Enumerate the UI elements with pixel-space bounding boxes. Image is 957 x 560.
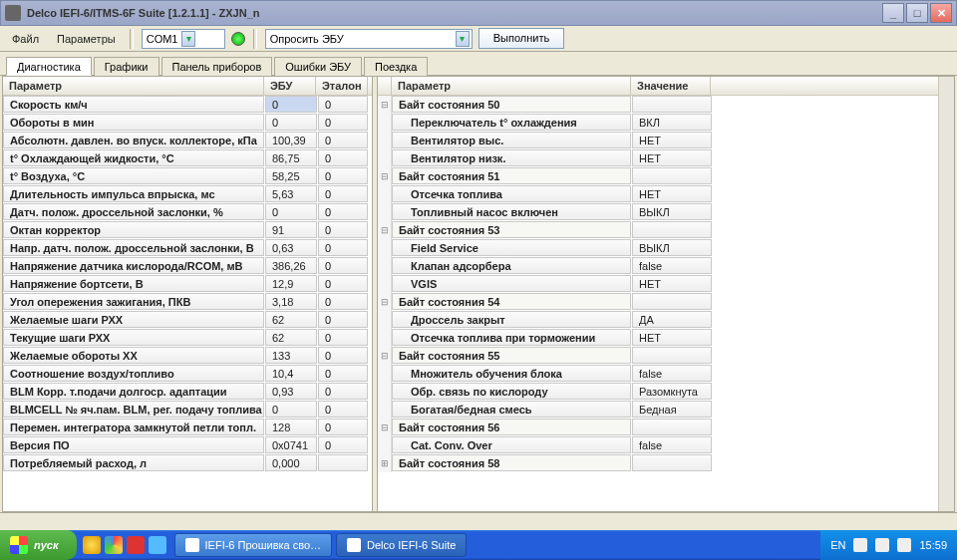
param-name: t° Охлаждающей жидкости, °C <box>3 149 264 166</box>
tree-leaf[interactable]: Вентилятор выс.НЕТ <box>378 132 938 149</box>
com-port-select[interactable]: COM1 <box>142 29 225 49</box>
tree-leaf[interactable]: Множитель обучения блокаfalse <box>378 365 938 383</box>
maximize-button[interactable]: □ <box>906 3 928 23</box>
tab-diagnostics[interactable]: Диагностика <box>6 57 92 76</box>
left-grid-body[interactable]: Скорость км/ч00Обороты в мин00Абсолютн. … <box>3 96 372 511</box>
status-bar <box>0 512 957 532</box>
ecu-value: 86,75 <box>265 149 317 166</box>
tree-leaf[interactable]: Отсечка топлива при торможенииНЕТ <box>378 329 938 347</box>
menu-params[interactable]: Параметры <box>51 31 122 47</box>
param-name: Текущие шаги РХХ <box>3 329 264 346</box>
yandex-icon[interactable] <box>127 536 145 554</box>
table-row[interactable]: t° Воздуха, °C58,250 <box>3 167 372 185</box>
ref-value: 0 <box>318 149 368 166</box>
col-ref[interactable]: Эталон <box>316 77 368 95</box>
param-name: Клапан адсорбера <box>392 257 631 274</box>
param-name: Обороты в мин <box>3 114 264 131</box>
col-param[interactable]: Параметр <box>3 77 264 95</box>
tree-leaf[interactable]: Cat. Conv. Overfalse <box>378 436 938 454</box>
collapse-icon[interactable]: ⊟ <box>378 293 392 311</box>
table-row[interactable]: Напряжение датчика кислорода/RCOM, мВ386… <box>3 257 372 275</box>
table-row[interactable]: Соотношение воздух/топливо10,40 <box>3 365 372 383</box>
language-indicator[interactable]: EN <box>830 539 845 551</box>
tab-trip[interactable]: Поездка <box>364 57 428 76</box>
tree-branch[interactable]: ⊟Байт состояния 54 <box>378 293 938 311</box>
table-row[interactable]: Обороты в мин00 <box>3 114 372 132</box>
right-grid-body[interactable]: ⊟Байт состояния 50Переключатель t° охлаж… <box>378 96 938 511</box>
collapse-icon[interactable]: ⊟ <box>378 419 392 436</box>
tray-icon[interactable] <box>897 538 911 552</box>
tree-leaf[interactable]: Клапан адсорбераfalse <box>378 257 938 275</box>
table-row[interactable]: Перемен. интегратора замкнутой петли топ… <box>3 419 372 436</box>
tree-branch[interactable]: ⊟Байт состояния 56 <box>378 419 938 436</box>
tree-branch[interactable]: ⊞Байт состояния 58 <box>378 454 938 472</box>
menu-file[interactable]: Файл <box>6 31 45 47</box>
table-row[interactable]: Версия ПО0x07410 <box>3 436 372 454</box>
collapse-icon[interactable]: ⊟ <box>378 96 392 114</box>
tree-branch[interactable]: ⊟Байт состояния 51 <box>378 167 938 185</box>
ql-icon[interactable] <box>83 536 101 554</box>
table-row[interactable]: t° Охлаждающей жидкости, °C86,750 <box>3 149 372 167</box>
minimize-button[interactable]: _ <box>882 3 904 23</box>
table-row[interactable]: Напр. датч. полож. дроссельной заслонки,… <box>3 239 372 257</box>
table-row[interactable]: Октан корректор910 <box>3 221 372 239</box>
tree-leaf[interactable]: Богатая/бедная смесьБедная <box>378 401 938 419</box>
param-value: ВЫКЛ <box>632 239 712 256</box>
table-row[interactable]: Длительность импульса впрыска, мс5,630 <box>3 185 372 203</box>
param-name: Соотношение воздух/топливо <box>3 365 264 382</box>
tray-icon[interactable] <box>853 538 867 552</box>
tree-leaf[interactable]: Вентилятор низк.НЕТ <box>378 149 938 167</box>
tab-dashboard[interactable]: Панель приборов <box>161 57 273 76</box>
workspace: Параметр ЭБУ Эталон Скорость км/ч00Оборо… <box>2 76 955 512</box>
table-row[interactable]: Потребляемый расход, л0,000 <box>3 454 372 472</box>
table-row[interactable]: Текущие шаги РХХ620 <box>3 329 372 347</box>
collapse-icon[interactable]: ⊟ <box>378 347 392 365</box>
tray-icon[interactable] <box>875 538 889 552</box>
task-label: IEFI-6 Прошивка сво… <box>205 539 322 551</box>
tree-leaf[interactable]: VGISНЕТ <box>378 275 938 293</box>
command-select[interactable]: Опросить ЭБУ <box>265 29 473 49</box>
tab-graphs[interactable]: Графики <box>94 57 160 76</box>
chevron-down-icon[interactable] <box>181 31 195 47</box>
ecu-value: 386,26 <box>265 257 317 274</box>
tree-leaf[interactable]: Field ServiceВЫКЛ <box>378 239 938 257</box>
col-ecu[interactable]: ЭБУ <box>264 77 316 95</box>
col-value[interactable]: Значение <box>631 77 711 95</box>
tree-leaf[interactable]: Топливный насос включенВЫКЛ <box>378 203 938 221</box>
tree-leaf[interactable]: Обр. связь по кислородуРазомкнута <box>378 383 938 401</box>
right-grid-header: Параметр Значение <box>378 77 938 96</box>
tree-leaf[interactable]: Дроссель закрытДА <box>378 311 938 329</box>
table-row[interactable]: BLMCELL № яч.пам. BLM, рег. подачу топли… <box>3 401 372 419</box>
start-button[interactable]: пуск <box>0 530 77 560</box>
table-row[interactable]: Напряжение бортсети, В12,90 <box>3 275 372 293</box>
table-row[interactable]: Желаемые обороты ХХ1330 <box>3 347 372 365</box>
clock[interactable]: 15:59 <box>919 539 947 551</box>
table-row[interactable]: Абсолютн. давлен. во впуск. коллекторе, … <box>3 132 372 149</box>
task-button[interactable]: IEFI-6 Прошивка сво… <box>174 533 333 557</box>
tree-leaf[interactable]: Переключатель t° охлажденияВКЛ <box>378 114 938 132</box>
tree-leaf[interactable]: Отсечка топливаНЕТ <box>378 185 938 203</box>
table-row[interactable]: BLM Корр. т.подачи долгоср. адаптации0,9… <box>3 383 372 401</box>
param-name: VGIS <box>392 275 631 292</box>
collapse-icon[interactable]: ⊞ <box>378 454 392 472</box>
close-button[interactable]: ✕ <box>930 3 952 23</box>
task-icon <box>347 538 361 552</box>
tree-branch[interactable]: ⊟Байт состояния 53 <box>378 221 938 239</box>
collapse-icon[interactable]: ⊟ <box>378 167 392 185</box>
table-row[interactable]: Желаемые шаги РХХ620 <box>3 311 372 329</box>
tree-branch[interactable]: ⊟Байт состояния 50 <box>378 96 938 114</box>
tab-errors[interactable]: Ошибки ЭБУ <box>274 57 362 76</box>
ref-value: 0 <box>318 275 368 292</box>
table-row[interactable]: Датч. полож. дроссельной заслонки, %00 <box>3 203 372 221</box>
execute-button[interactable]: Выполнить <box>478 28 564 49</box>
scrollbar[interactable] <box>938 77 954 511</box>
table-row[interactable]: Угол опережения зажигания, ПКВ3,180 <box>3 293 372 311</box>
col-param[interactable]: Параметр <box>392 77 631 95</box>
task-button-active[interactable]: Delco IEFI-6 Suite <box>336 533 467 557</box>
chevron-down-icon[interactable] <box>456 31 470 47</box>
tree-branch[interactable]: ⊟Байт состояния 55 <box>378 347 938 365</box>
ql-icon[interactable] <box>149 536 166 554</box>
collapse-icon[interactable]: ⊟ <box>378 221 392 239</box>
chrome-icon[interactable] <box>105 536 123 554</box>
table-row[interactable]: Скорость км/ч00 <box>3 96 372 114</box>
